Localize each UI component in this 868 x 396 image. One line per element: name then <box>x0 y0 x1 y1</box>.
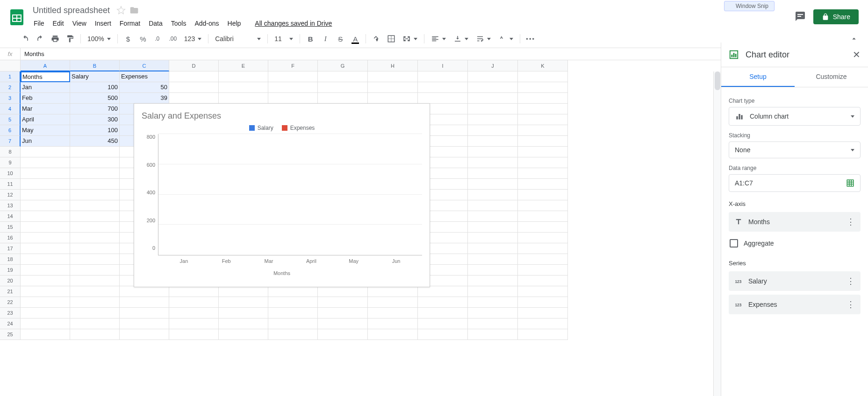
horizontal-align-button[interactable] <box>428 35 449 43</box>
row-header[interactable]: 21 <box>0 286 21 297</box>
cell[interactable] <box>219 297 268 308</box>
cell[interactable] <box>318 308 368 318</box>
cell[interactable] <box>70 297 120 308</box>
star-icon[interactable] <box>116 6 126 15</box>
cell[interactable] <box>70 222 120 233</box>
cell[interactable] <box>70 254 120 265</box>
cell[interactable] <box>268 318 318 329</box>
cell[interactable] <box>120 318 169 329</box>
cell[interactable] <box>21 190 70 200</box>
folder-icon[interactable] <box>129 6 139 15</box>
cell[interactable] <box>21 308 70 318</box>
cell[interactable] <box>518 179 568 190</box>
cell[interactable] <box>518 318 568 329</box>
cell[interactable] <box>21 297 70 308</box>
cell[interactable] <box>318 82 368 93</box>
cell[interactable] <box>120 297 169 308</box>
comments-icon[interactable] <box>795 11 806 23</box>
paint-format-button[interactable] <box>64 32 77 45</box>
select-all-corner[interactable] <box>0 60 21 71</box>
fill-color-button[interactable] <box>370 32 383 45</box>
cell[interactable] <box>21 254 70 265</box>
cell[interactable] <box>21 243 70 254</box>
cell[interactable] <box>268 286 318 297</box>
cell[interactable] <box>21 329 70 340</box>
series-chip[interactable]: 123Expenses⋮ <box>729 295 861 314</box>
menu-help[interactable]: Help <box>224 18 245 29</box>
cell[interactable] <box>518 157 568 168</box>
cell[interactable] <box>21 157 70 168</box>
cell[interactable]: May <box>21 125 70 136</box>
cell[interactable] <box>268 71 318 82</box>
menu-add-ons[interactable]: Add-ons <box>191 18 222 29</box>
merge-cells-button[interactable] <box>400 35 420 43</box>
cell[interactable]: 39 <box>120 93 169 104</box>
cell[interactable] <box>468 93 518 104</box>
row-header[interactable]: 4 <box>0 104 21 114</box>
increase-decimal-button[interactable]: .00 <box>166 32 179 45</box>
row-header[interactable]: 11 <box>0 179 21 190</box>
cell[interactable] <box>368 93 418 104</box>
cell[interactable] <box>468 211 518 222</box>
cell[interactable]: Expenses <box>120 71 169 82</box>
cell[interactable] <box>21 286 70 297</box>
stacking-select[interactable]: None <box>729 141 861 158</box>
column-header[interactable]: C <box>120 60 169 71</box>
cell[interactable] <box>169 286 219 297</box>
row-header[interactable]: 20 <box>0 276 21 286</box>
cell[interactable] <box>518 71 568 82</box>
cell[interactable] <box>21 318 70 329</box>
cell[interactable] <box>21 222 70 233</box>
cell[interactable]: Feb <box>21 93 70 104</box>
cell[interactable] <box>468 222 518 233</box>
cell[interactable] <box>268 82 318 93</box>
row-header[interactable]: 25 <box>0 329 21 340</box>
cell[interactable] <box>518 308 568 318</box>
cell[interactable] <box>318 71 368 82</box>
currency-button[interactable]: $ <box>122 32 135 45</box>
cell[interactable] <box>468 136 518 147</box>
cell[interactable] <box>120 308 169 318</box>
column-header[interactable]: B <box>70 60 120 71</box>
cell[interactable]: Months <box>21 71 70 82</box>
cell[interactable] <box>518 104 568 114</box>
row-header[interactable]: 7 <box>0 136 21 147</box>
text-color-button[interactable]: A <box>349 32 362 45</box>
cell[interactable]: 700 <box>70 104 120 114</box>
column-header[interactable]: D <box>169 60 219 71</box>
tab-setup[interactable]: Setup <box>721 67 795 87</box>
cell[interactable] <box>219 329 268 340</box>
cell[interactable] <box>518 93 568 104</box>
cell[interactable] <box>70 190 120 200</box>
cell[interactable] <box>468 114 518 125</box>
cell[interactable] <box>518 168 568 179</box>
cell[interactable]: 450 <box>70 136 120 147</box>
cell[interactable]: 100 <box>70 125 120 136</box>
cell[interactable] <box>318 329 368 340</box>
more-icon[interactable]: ⋮ <box>846 299 855 310</box>
cell[interactable] <box>169 297 219 308</box>
row-header[interactable]: 2 <box>0 82 21 93</box>
cell[interactable] <box>518 114 568 125</box>
redo-button[interactable] <box>34 32 47 45</box>
cell[interactable] <box>468 243 518 254</box>
vertical-scrollbar[interactable] <box>713 71 721 396</box>
cell[interactable] <box>169 329 219 340</box>
cell[interactable] <box>70 233 120 243</box>
cell[interactable] <box>468 104 518 114</box>
spreadsheet-grid[interactable]: ABCDEFGHIJK 1MonthsSalaryExpenses2Jan100… <box>0 60 721 396</box>
more-icon[interactable]: ⋮ <box>846 276 855 286</box>
embedded-chart[interactable]: Salary and Expenses SalaryExpenses 80060… <box>134 103 430 287</box>
text-rotation-button[interactable] <box>495 35 516 43</box>
cell[interactable] <box>219 71 268 82</box>
cell[interactable] <box>468 71 518 82</box>
column-header[interactable]: I <box>418 60 468 71</box>
font-size-select[interactable]: 11 <box>272 35 296 42</box>
cell[interactable] <box>518 233 568 243</box>
chart-type-select[interactable]: Column chart <box>729 107 861 126</box>
more-toolbar-button[interactable]: ••• <box>524 32 537 45</box>
cell[interactable] <box>518 147 568 157</box>
column-header[interactable]: G <box>318 60 368 71</box>
cell[interactable] <box>468 265 518 276</box>
cell[interactable] <box>518 265 568 276</box>
